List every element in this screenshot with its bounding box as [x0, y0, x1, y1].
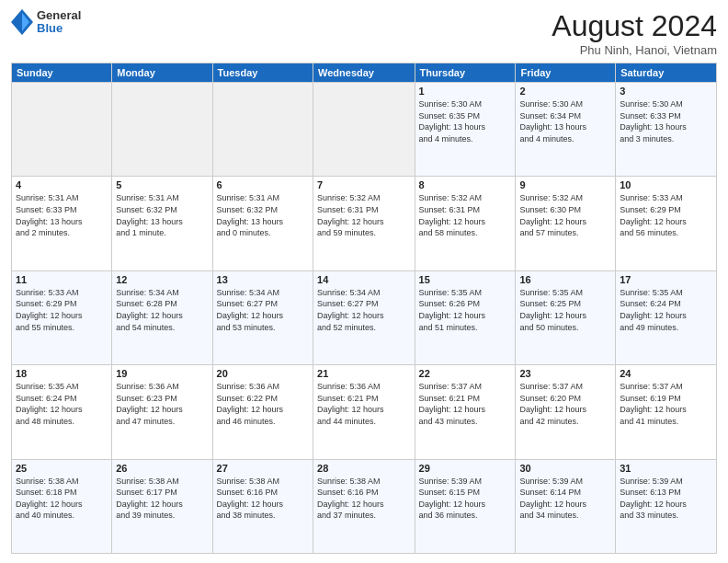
- day-cell: 10Sunrise: 5:33 AM Sunset: 6:29 PM Dayli…: [616, 177, 717, 270]
- logo: General Blue: [11, 9, 81, 36]
- day-info: Sunrise: 5:39 AM Sunset: 6:15 PM Dayligh…: [419, 476, 512, 522]
- day-info: Sunrise: 5:38 AM Sunset: 6:18 PM Dayligh…: [16, 476, 108, 522]
- day-number: 5: [116, 179, 208, 190]
- day-number: 31: [620, 463, 712, 474]
- day-cell: 2Sunrise: 5:30 AM Sunset: 6:34 PM Daylig…: [516, 83, 616, 177]
- day-cell: 3Sunrise: 5:30 AM Sunset: 6:33 PM Daylig…: [616, 83, 717, 177]
- day-cell: 12Sunrise: 5:34 AM Sunset: 6:28 PM Dayli…: [112, 270, 212, 364]
- day-cell: [12, 83, 112, 177]
- day-info: Sunrise: 5:36 AM Sunset: 6:22 PM Dayligh…: [217, 381, 309, 427]
- day-number: 6: [217, 179, 309, 190]
- day-cell: 29Sunrise: 5:39 AM Sunset: 6:15 PM Dayli…: [415, 459, 516, 553]
- month-title: August 2024: [552, 9, 717, 43]
- day-cell: 8Sunrise: 5:32 AM Sunset: 6:31 PM Daylig…: [415, 177, 516, 270]
- day-number: 13: [217, 274, 309, 285]
- weekday-saturday: Saturday: [616, 63, 717, 83]
- day-cell: 27Sunrise: 5:38 AM Sunset: 6:16 PM Dayli…: [212, 459, 313, 553]
- day-info: Sunrise: 5:34 AM Sunset: 6:27 PM Dayligh…: [217, 287, 309, 333]
- calendar-header: SundayMondayTuesdayWednesdayThursdayFrid…: [12, 63, 717, 83]
- location: Phu Ninh, Hanoi, Vietnam: [552, 43, 717, 57]
- day-cell: 17Sunrise: 5:35 AM Sunset: 6:24 PM Dayli…: [616, 270, 717, 364]
- day-cell: 18Sunrise: 5:35 AM Sunset: 6:24 PM Dayli…: [12, 365, 112, 459]
- day-number: 3: [620, 86, 712, 97]
- day-number: 1: [419, 86, 512, 97]
- day-number: 12: [116, 274, 208, 285]
- day-cell: [112, 83, 212, 177]
- logo-icon: [11, 9, 33, 35]
- weekday-header-row: SundayMondayTuesdayWednesdayThursdayFrid…: [12, 63, 717, 83]
- day-cell: 7Sunrise: 5:32 AM Sunset: 6:31 PM Daylig…: [313, 177, 415, 270]
- day-number: 23: [519, 368, 611, 379]
- weekday-thursday: Thursday: [415, 63, 516, 83]
- weekday-sunday: Sunday: [12, 63, 112, 83]
- calendar-page: General Blue August 2024 Phu Ninh, Hanoi…: [0, 0, 728, 563]
- day-cell: [313, 83, 415, 177]
- day-info: Sunrise: 5:34 AM Sunset: 6:27 PM Dayligh…: [317, 287, 411, 333]
- day-cell: 20Sunrise: 5:36 AM Sunset: 6:22 PM Dayli…: [212, 365, 313, 459]
- day-number: 24: [620, 368, 712, 379]
- day-cell: 28Sunrise: 5:38 AM Sunset: 6:16 PM Dayli…: [313, 459, 415, 553]
- day-number: 11: [16, 274, 108, 285]
- day-info: Sunrise: 5:35 AM Sunset: 6:25 PM Dayligh…: [519, 287, 611, 333]
- day-number: 27: [217, 463, 309, 474]
- logo-text: General Blue: [37, 9, 81, 36]
- day-cell: 1Sunrise: 5:30 AM Sunset: 6:35 PM Daylig…: [415, 83, 516, 177]
- day-cell: 21Sunrise: 5:36 AM Sunset: 6:21 PM Dayli…: [313, 365, 415, 459]
- day-number: 7: [317, 179, 411, 190]
- day-info: Sunrise: 5:38 AM Sunset: 6:17 PM Dayligh…: [116, 476, 208, 522]
- day-cell: 30Sunrise: 5:39 AM Sunset: 6:14 PM Dayli…: [516, 459, 616, 553]
- calendar-table: SundayMondayTuesdayWednesdayThursdayFrid…: [11, 63, 717, 554]
- day-cell: 9Sunrise: 5:32 AM Sunset: 6:30 PM Daylig…: [516, 177, 616, 270]
- day-info: Sunrise: 5:35 AM Sunset: 6:26 PM Dayligh…: [419, 287, 512, 333]
- day-info: Sunrise: 5:30 AM Sunset: 6:35 PM Dayligh…: [419, 98, 512, 144]
- day-number: 9: [519, 179, 611, 190]
- logo-general-text: General: [37, 9, 81, 22]
- day-info: Sunrise: 5:37 AM Sunset: 6:20 PM Dayligh…: [519, 381, 611, 427]
- day-info: Sunrise: 5:36 AM Sunset: 6:23 PM Dayligh…: [116, 381, 208, 427]
- day-number: 25: [16, 463, 108, 474]
- day-number: 26: [116, 463, 208, 474]
- day-cell: 15Sunrise: 5:35 AM Sunset: 6:26 PM Dayli…: [415, 270, 516, 364]
- day-info: Sunrise: 5:32 AM Sunset: 6:30 PM Dayligh…: [519, 192, 611, 238]
- day-cell: [212, 83, 313, 177]
- day-info: Sunrise: 5:39 AM Sunset: 6:13 PM Dayligh…: [620, 476, 712, 522]
- day-cell: 11Sunrise: 5:33 AM Sunset: 6:29 PM Dayli…: [12, 270, 112, 364]
- day-info: Sunrise: 5:32 AM Sunset: 6:31 PM Dayligh…: [419, 192, 512, 238]
- day-cell: 24Sunrise: 5:37 AM Sunset: 6:19 PM Dayli…: [616, 365, 717, 459]
- day-number: 17: [620, 274, 712, 285]
- day-cell: 23Sunrise: 5:37 AM Sunset: 6:20 PM Dayli…: [516, 365, 616, 459]
- header: General Blue August 2024 Phu Ninh, Hanoi…: [11, 9, 717, 57]
- day-number: 30: [519, 463, 611, 474]
- day-number: 14: [317, 274, 411, 285]
- week-row-3: 11Sunrise: 5:33 AM Sunset: 6:29 PM Dayli…: [12, 270, 717, 364]
- title-area: August 2024 Phu Ninh, Hanoi, Vietnam: [552, 9, 717, 57]
- day-number: 28: [317, 463, 411, 474]
- day-info: Sunrise: 5:31 AM Sunset: 6:32 PM Dayligh…: [217, 192, 309, 238]
- day-cell: 13Sunrise: 5:34 AM Sunset: 6:27 PM Dayli…: [212, 270, 313, 364]
- day-number: 18: [16, 368, 108, 379]
- weekday-wednesday: Wednesday: [313, 63, 415, 83]
- day-info: Sunrise: 5:33 AM Sunset: 6:29 PM Dayligh…: [16, 287, 108, 333]
- day-info: Sunrise: 5:30 AM Sunset: 6:33 PM Dayligh…: [620, 98, 712, 144]
- day-cell: 25Sunrise: 5:38 AM Sunset: 6:18 PM Dayli…: [12, 459, 112, 553]
- day-info: Sunrise: 5:36 AM Sunset: 6:21 PM Dayligh…: [317, 381, 411, 427]
- day-cell: 14Sunrise: 5:34 AM Sunset: 6:27 PM Dayli…: [313, 270, 415, 364]
- day-cell: 4Sunrise: 5:31 AM Sunset: 6:33 PM Daylig…: [12, 177, 112, 270]
- day-info: Sunrise: 5:37 AM Sunset: 6:19 PM Dayligh…: [620, 381, 712, 427]
- day-number: 29: [419, 463, 512, 474]
- day-number: 10: [620, 179, 712, 190]
- day-cell: 26Sunrise: 5:38 AM Sunset: 6:17 PM Dayli…: [112, 459, 212, 553]
- calendar: SundayMondayTuesdayWednesdayThursdayFrid…: [11, 63, 717, 554]
- day-cell: 6Sunrise: 5:31 AM Sunset: 6:32 PM Daylig…: [212, 177, 313, 270]
- week-row-4: 18Sunrise: 5:35 AM Sunset: 6:24 PM Dayli…: [12, 365, 717, 459]
- day-number: 19: [116, 368, 208, 379]
- weekday-tuesday: Tuesday: [212, 63, 313, 83]
- logo-blue-text: Blue: [37, 22, 81, 35]
- day-cell: 19Sunrise: 5:36 AM Sunset: 6:23 PM Dayli…: [112, 365, 212, 459]
- day-number: 20: [217, 368, 309, 379]
- day-info: Sunrise: 5:33 AM Sunset: 6:29 PM Dayligh…: [620, 192, 712, 238]
- day-info: Sunrise: 5:38 AM Sunset: 6:16 PM Dayligh…: [217, 476, 309, 522]
- day-info: Sunrise: 5:30 AM Sunset: 6:34 PM Dayligh…: [519, 98, 611, 144]
- day-info: Sunrise: 5:37 AM Sunset: 6:21 PM Dayligh…: [419, 381, 512, 427]
- day-info: Sunrise: 5:31 AM Sunset: 6:33 PM Dayligh…: [16, 192, 108, 238]
